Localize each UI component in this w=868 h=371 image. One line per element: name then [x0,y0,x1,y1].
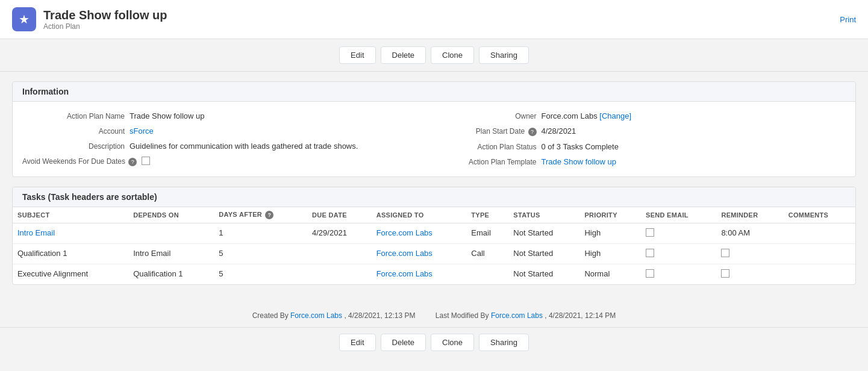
table-row: Intro Email14/29/2021Force.com LabsEmail… [13,223,855,244]
owner-change-link[interactable]: [Change] [599,111,631,120]
action-plan-template-label: Action Plan Template [434,157,537,166]
task-assigned-to-cell: Force.com Labs [372,264,467,285]
task-priority-cell: High [579,223,641,244]
last-modified-label: Last Modified By [436,311,489,320]
action-plan-name-value: Trade Show follow up [130,111,205,120]
tasks-table: SUBJECT DEPENDS ON DAYS AFTER ? DUE DATE… [13,207,855,284]
task-depends-on-cell: Qualification 1 [128,264,214,285]
info-row-template: Action Plan Template Trade Show follow u… [434,157,846,166]
sharing-button-bottom[interactable]: Sharing [479,334,529,351]
star-icon: ★ [19,12,30,26]
info-left: Action Plan Name Trade Show follow up Ac… [22,111,434,167]
page-subtitle: Action Plan [43,22,167,31]
col-depends-on[interactable]: DEPENDS ON [128,207,214,223]
created-date: , 4/28/2021, 12:13 PM [344,311,415,320]
delete-button-bottom[interactable]: Delete [381,334,426,351]
task-subject-cell: Executive Alignment [13,264,128,285]
page-header: ★ Trade Show follow up Action Plan Print [0,0,868,39]
footer-info: Created By Force.com Labs , 4/28/2021, 1… [0,304,868,327]
description-label: Description [22,142,125,151]
information-section: Information Action Plan Name Trade Show … [12,81,856,177]
col-priority[interactable]: PRIORITY [579,207,641,223]
info-row-start-date: Plan Start Date ? 4/28/2021 [434,126,846,136]
task-type-cell [466,264,508,285]
account-link[interactable]: sForce [130,126,154,136]
created-by-link[interactable]: Force.com Labs [290,311,342,320]
task-comments-cell [784,223,855,244]
task-depends-on-cell: Intro Email [128,244,214,264]
col-assigned-to[interactable]: ASSIGNED TO [372,207,467,223]
header-title-block: Trade Show follow up Action Plan [43,8,167,31]
task-priority-cell: High [579,244,641,264]
assigned-to-link[interactable]: Force.com Labs [376,249,432,258]
tasks-section-header: Tasks (Task headers are sortable) [13,187,855,207]
print-link[interactable]: Print [840,15,856,24]
information-section-header: Information [13,82,855,102]
edit-button-bottom[interactable]: Edit [339,334,375,351]
info-grid: Action Plan Name Trade Show follow up Ac… [22,111,846,167]
task-due-date-cell [307,264,372,285]
information-section-body: Action Plan Name Trade Show follow up Ac… [13,102,855,176]
avoid-weekends-info-icon: ? [128,158,137,166]
task-comments-cell [784,244,855,264]
header-left: ★ Trade Show follow up Action Plan [12,7,167,31]
task-subject-link[interactable]: Intro Email [17,228,55,237]
send-email-checkbox[interactable] [646,249,654,257]
task-status-cell: Not Started [508,244,579,264]
account-label: Account [22,126,125,136]
sharing-button-top[interactable]: Sharing [479,46,529,64]
task-reminder-cell [716,264,783,285]
action-plan-template-value: Trade Show follow up [542,157,617,166]
send-email-checkbox[interactable] [646,269,654,278]
send-email-checkbox[interactable] [646,228,654,237]
col-status[interactable]: STATUS [508,207,579,223]
col-reminder[interactable]: REMINDER [716,207,783,223]
info-row-plan-status: Action Plan Status 0 of 3 Tasks Complete [434,142,846,151]
col-type[interactable]: TYPE [466,207,508,223]
task-assigned-to-cell: Force.com Labs [372,244,467,264]
task-subject-cell: Qualification 1 [13,244,128,264]
assigned-to-link[interactable]: Force.com Labs [376,269,432,278]
info-row-avoid-weekends: Avoid Weekends For Due Dates ? [22,157,434,167]
last-modified-link[interactable]: Force.com Labs [491,311,543,320]
clone-button-top[interactable]: Clone [431,46,474,64]
delete-button-top[interactable]: Delete [381,46,426,64]
col-send-email[interactable]: SEND EMAIL [641,207,716,223]
reminder-checkbox[interactable] [721,269,729,278]
account-value: sForce [130,126,154,136]
col-due-date[interactable]: DUE DATE [307,207,372,223]
task-days-after-cell: 5 [214,244,307,264]
avoid-weekends-checkbox[interactable] [142,157,150,165]
table-row: Qualification 1Intro Email5Force.com Lab… [13,244,855,264]
info-row-description: Description Guidelines for communication… [22,142,434,151]
col-comments[interactable]: COMMENTS [784,207,855,223]
task-days-after-cell: 1 [214,223,307,244]
created-by-label: Created By [252,311,289,320]
edit-button-top[interactable]: Edit [339,46,375,64]
assigned-to-link[interactable]: Force.com Labs [376,228,432,237]
task-days-after-cell: 5 [214,264,307,285]
col-days-after[interactable]: DAYS AFTER ? [214,207,307,223]
task-due-date-cell [307,244,372,264]
task-status-cell: Not Started [508,223,579,244]
reminder-checkbox[interactable] [721,249,729,257]
owner-label: Owner [434,111,537,120]
top-toolbar: Edit Delete Clone Sharing [0,39,868,72]
app-icon: ★ [12,7,36,31]
task-comments-cell [784,264,855,285]
clone-button-bottom[interactable]: Clone [431,334,474,351]
page-title: Trade Show follow up [43,8,167,22]
description-value: Guidelines for communication with leads … [130,142,358,151]
last-modified-date: , 4/28/2021, 12:14 PM [545,311,616,320]
template-link[interactable]: Trade Show follow up [542,157,617,166]
task-send-email-cell [641,264,716,285]
task-type-cell: Email [466,223,508,244]
task-assigned-to-cell: Force.com Labs [372,223,467,244]
info-row-plan-name: Action Plan Name Trade Show follow up [22,111,434,120]
task-subject-cell: Intro Email [13,223,128,244]
avoid-weekends-value [142,157,150,167]
action-plan-status-value: 0 of 3 Tasks Complete [542,142,619,151]
tasks-section: Tasks (Task headers are sortable) SUBJEC… [12,187,856,285]
task-reminder-cell: 8:00 AM [716,223,783,244]
col-subject[interactable]: SUBJECT [13,207,128,223]
